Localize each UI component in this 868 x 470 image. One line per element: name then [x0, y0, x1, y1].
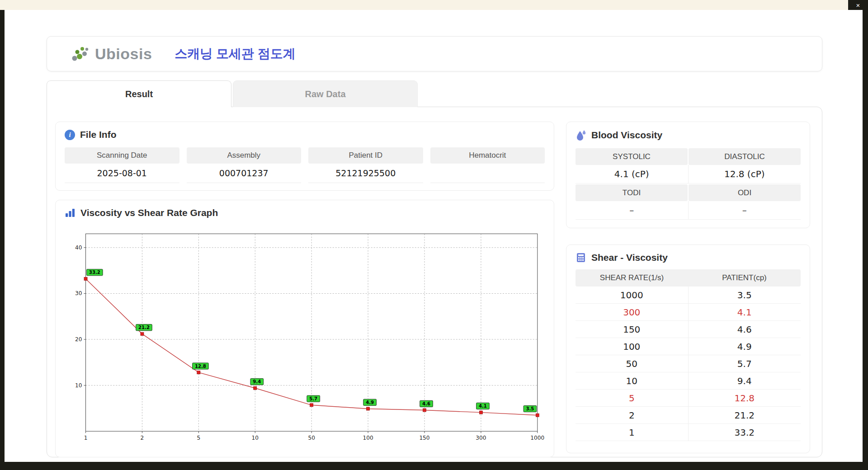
svg-text:1: 1: [84, 435, 88, 441]
patient-cell: 9.4: [689, 372, 801, 389]
patient-cell: 3.5: [689, 287, 801, 303]
shear-rate-cell: 1: [576, 424, 689, 441]
ubiosis-logo: Ubiosis: [71, 44, 152, 63]
info-icon: i: [65, 130, 75, 140]
svg-text:12.8: 12.8: [195, 364, 206, 369]
field-hematocrit: Hematocrit: [430, 147, 545, 183]
todi-value: –: [576, 201, 689, 220]
shear-table-row: 50 5.7: [576, 355, 801, 372]
field-value: 2025-08-01: [65, 164, 179, 183]
graph-card: Viscosity vs Shear Rate Graph 1251050100…: [55, 200, 554, 457]
systolic-label: SYSTOLIC: [576, 148, 688, 165]
field-value: 52121925500: [308, 164, 423, 183]
calculator-icon: [576, 252, 586, 263]
tab-bar: Result Raw Data: [47, 80, 863, 107]
patient-cell: 12.8: [689, 390, 801, 406]
diastolic-value: 12.8 (cP): [689, 165, 801, 183]
field-value: [430, 164, 545, 183]
shear-table-row: 150 4.6: [576, 321, 801, 338]
left-column: i File Info Scanning Date 2025-08-01 Ass…: [55, 122, 554, 453]
app-title: 스캐닝 모세관 점도계: [175, 45, 296, 62]
svg-text:5: 5: [197, 435, 200, 441]
svg-text:150: 150: [419, 435, 429, 441]
patient-cell: 4.1: [689, 304, 801, 320]
shear-rate-cell: 300: [576, 304, 689, 320]
field-assembly: Assembly 000701237: [187, 147, 302, 183]
viscosity-chart: 125105010015030010001020304033.221.212.8…: [65, 221, 545, 450]
systolic-value: 4.1 (cP): [576, 165, 689, 183]
svg-text:9.4: 9.4: [253, 379, 261, 384]
blood-viscosity-table: SYSTOLIC DIASTOLIC 4.1 (cP) 12.8 (cP) TO…: [576, 148, 801, 220]
shear-viscosity-title-text: Shear - Viscosity: [591, 252, 668, 263]
shear-table-row: 1000 3.5: [576, 287, 801, 304]
shear-rate-cell: 150: [576, 321, 689, 338]
patient-cell: 33.2: [689, 424, 801, 441]
svg-text:33.2: 33.2: [89, 270, 100, 275]
svg-text:21.2: 21.2: [138, 325, 150, 330]
result-panel: i File Info Scanning Date 2025-08-01 Ass…: [47, 107, 822, 457]
file-info-title: i File Info: [65, 129, 545, 140]
patient-cell: 5.7: [689, 355, 801, 372]
shear-rate-cell: 10: [576, 372, 689, 389]
shear-rate-cell: 2: [576, 407, 689, 423]
svg-text:20: 20: [75, 336, 82, 343]
svg-text:4.6: 4.6: [422, 401, 430, 406]
field-patient-id: Patient ID 52121925500: [308, 147, 423, 183]
shear-table-row: 300 4.1: [576, 304, 801, 321]
shear-table-row: 10 9.4: [576, 372, 801, 390]
shear-table-row: 1 33.2: [576, 424, 801, 441]
tab-result[interactable]: Result: [47, 80, 231, 107]
patient-cell: 21.2: [689, 407, 801, 423]
svg-text:3.5: 3.5: [526, 406, 534, 411]
right-column: Blood Viscosity SYSTOLIC DIASTOLIC 4.1 (…: [566, 122, 810, 453]
field-label: Patient ID: [308, 147, 423, 164]
blood-viscosity-title: Blood Viscosity: [576, 129, 801, 141]
svg-text:5.7: 5.7: [309, 396, 317, 401]
svg-text:2: 2: [141, 435, 144, 441]
shear-rate-cell: 1000: [576, 287, 689, 303]
svg-text:10: 10: [252, 435, 259, 441]
desktop-titlebar: [0, 0, 868, 10]
shear-table-row: 5 12.8: [576, 390, 801, 407]
tab-raw-data[interactable]: Raw Data: [233, 80, 418, 107]
blood-viscosity-card: Blood Viscosity SYSTOLIC DIASTOLIC 4.1 (…: [566, 122, 810, 228]
svg-text:50: 50: [308, 435, 315, 441]
odi-label: ODI: [689, 184, 801, 201]
svg-text:100: 100: [363, 435, 373, 441]
svg-text:1000: 1000: [530, 435, 544, 441]
shear-rate-cell: 50: [576, 355, 689, 372]
blood-viscosity-title-text: Blood Viscosity: [591, 130, 662, 141]
viscosity-chart-svg: 125105010015030010001020304033.221.212.8…: [65, 221, 545, 450]
file-info-fields: Scanning Date 2025-08-01 Assembly 000701…: [65, 147, 545, 183]
svg-text:4.9: 4.9: [366, 400, 374, 405]
header-card: Ubiosis 스캐닝 모세관 점도계: [47, 36, 822, 71]
shear-viscosity-title: Shear - Viscosity: [576, 252, 801, 263]
leaf-logo-icon: [71, 44, 91, 63]
svg-text:300: 300: [476, 435, 486, 441]
svg-text:40: 40: [75, 244, 82, 251]
shear-table-row: 100 4.9: [576, 338, 801, 355]
bar-chart-icon: [65, 207, 75, 218]
odi-value: –: [689, 201, 801, 220]
field-label: Scanning Date: [65, 147, 179, 164]
shear-table-header: SHEAR RATE(1/s) PATIENT(cp): [576, 269, 801, 287]
app-window: Ubiosis 스캐닝 모세관 점도계 Result Raw Data i Fi…: [5, 10, 863, 462]
shear-viscosity-card: Shear - Viscosity SHEAR RATE(1/s) PATIEN…: [566, 244, 810, 453]
file-info-title-text: File Info: [80, 129, 117, 140]
shear-rate-header: SHEAR RATE(1/s): [576, 269, 688, 287]
shear-table-row: 2 21.2: [576, 407, 801, 424]
field-scanning-date: Scanning Date 2025-08-01: [65, 147, 179, 183]
svg-text:30: 30: [75, 290, 82, 296]
patient-header: PATIENT(cp): [688, 269, 801, 287]
patient-cell: 4.9: [689, 338, 801, 355]
field-label: Assembly: [187, 147, 302, 164]
graph-title-text: Viscosity vs Shear Rate Graph: [80, 207, 218, 218]
close-icon[interactable]: ×: [856, 2, 860, 9]
shear-rate-cell: 100: [576, 338, 689, 355]
close-zone: ×: [848, 0, 868, 10]
field-value: 000701237: [187, 164, 302, 183]
shear-rate-cell: 5: [576, 390, 689, 406]
shear-viscosity-table: SHEAR RATE(1/s) PATIENT(cp) 1000 3.5 300…: [576, 269, 801, 441]
graph-title: Viscosity vs Shear Rate Graph: [65, 207, 545, 218]
svg-text:10: 10: [75, 382, 82, 389]
